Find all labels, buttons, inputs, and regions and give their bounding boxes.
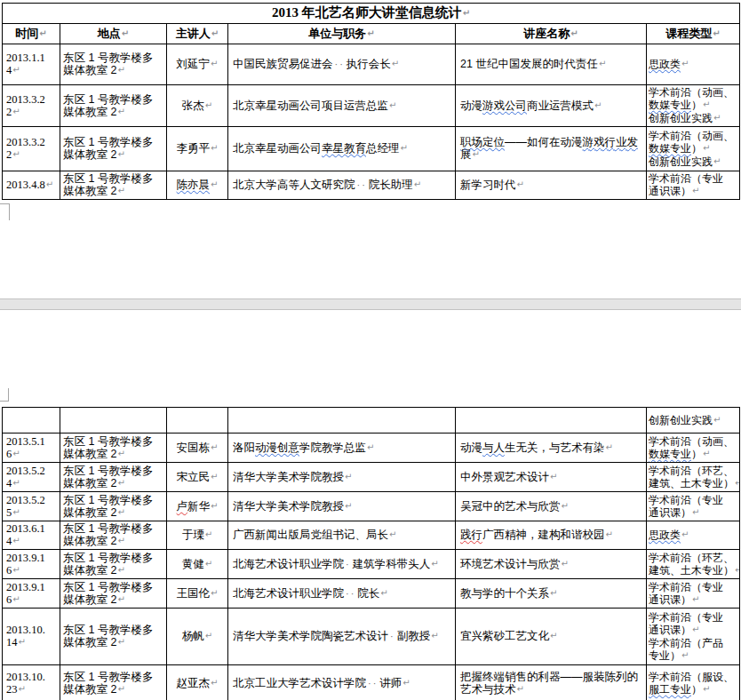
cell-line: 安国栋↵ <box>170 441 225 455</box>
table-cell[interactable]: 清华大学美术学院教授↵ <box>228 492 456 521</box>
table-cell[interactable]: 2013.9.16↵ <box>3 579 60 609</box>
table-cell[interactable]: 2013.1.14↵ <box>3 44 60 85</box>
column-header-time[interactable]: 时间↵ <box>3 24 60 44</box>
table-cell[interactable]: 动漫游戏公司商业运营模式↵ <box>456 85 647 127</box>
cell-line: 清华大学美术学院陶瓷艺术设计·副教授↵ <box>233 630 452 643</box>
table-cell[interactable]: 思政类↵ <box>647 44 740 85</box>
table-cell[interactable] <box>167 408 228 434</box>
table-cell[interactable]: 洛阳动漫创意学院教学总监↵ <box>228 434 456 463</box>
table-cell[interactable]: 张杰↵ <box>167 85 228 127</box>
table-cell[interactable] <box>228 408 456 434</box>
table-cell[interactable]: 2013.5.16↵ <box>3 434 60 463</box>
table-cell[interactable]: 学术前沿（环艺、建筑、土木专业）↵ <box>647 550 740 579</box>
table-cell[interactable]: 东区 1 号教学楼多媒体教室 2↵ <box>60 463 167 492</box>
table-cell[interactable] <box>456 408 647 434</box>
table-cell[interactable]: 学术前沿（动画、数媒专业）↵ <box>647 434 740 463</box>
paragraph-mark: ↵ <box>713 113 721 123</box>
space-formatting-mark: ·· <box>355 179 369 190</box>
table-row: 2013.3.22↵东区 1 号教学楼多媒体教室 2↵张杰↵北京幸星动画公司项目… <box>3 85 740 127</box>
table-cell[interactable]: 2013.5.24↵ <box>3 463 60 492</box>
table-cell[interactable]: 学术前沿（动画、数媒专业）↵创新创业实践↵ <box>647 127 740 171</box>
table-cell[interactable]: 2013.6.14↵ <box>3 521 60 550</box>
table-cell[interactable]: 杨帆↵ <box>167 609 228 665</box>
text-run: 媒体教室 2 <box>63 448 116 460</box>
table-cell[interactable]: 东区 1 号教学楼多媒体教室 2↵ <box>60 127 167 171</box>
table-cell[interactable]: 广西新闻出版局党组书记、局长↵ <box>228 521 456 550</box>
table-cell[interactable]: 北京幸星动画公司幸星教育总经理↵ <box>228 127 456 171</box>
table-cell[interactable]: 中国民族贸易促进会··执行会长↵ <box>228 44 456 85</box>
table-cell[interactable]: 宜兴紫砂工艺文化↵ <box>456 609 647 665</box>
table-cell[interactable]: 黄健↵ <box>167 550 228 579</box>
table-cell[interactable]: 创新创业实践↵ <box>647 408 740 434</box>
paragraph-mark: ↵ <box>117 507 124 517</box>
table-cell[interactable]: 于瑮↵ <box>167 521 228 550</box>
table-cell[interactable]: 思政类↵ <box>647 521 740 550</box>
table-cell[interactable]: 东区 1 号教学楼多媒体教室 2↵ <box>60 579 167 609</box>
table-cell[interactable]: 刘延宁↵ <box>167 44 228 85</box>
table-cell[interactable]: 2013.10.14↵ <box>3 609 60 665</box>
table-cell[interactable]: 2013.4.8↵ <box>3 171 60 200</box>
table-cell[interactable]: 李勇平↵ <box>167 127 228 171</box>
table-cell[interactable]: 东区 1 号教学楼多媒体教室 2↵ <box>60 85 167 127</box>
table-cell[interactable]: 吴冠中的艺术与欣赏↵ <box>456 492 647 521</box>
lecture-info-table-page-2: 创新创业实践↵2013.5.16↵东区 1 号教学楼多媒体教室 2↵安国栋↵洛阳… <box>2 407 740 700</box>
table-cell[interactable]: 2013.10.23↵ <box>3 665 60 700</box>
column-header-lecture[interactable]: 讲座名称↵ <box>456 24 647 44</box>
table-cell[interactable]: 北海艺术设计职业学院·建筑学科带头人↵ <box>228 550 456 579</box>
table-cell[interactable]: 东区 1 号教学楼多媒体教室 2↵ <box>60 550 167 579</box>
table-cell[interactable]: 2013.3.22↵ <box>3 85 60 127</box>
column-header-location[interactable]: 地点↵ <box>60 24 167 44</box>
table-cell[interactable]: 职场定位——如何在动漫游戏行业发展↵ <box>456 127 647 171</box>
table-cell[interactable] <box>3 408 60 434</box>
table-cell[interactable]: 学术前沿（专业通识课）↵ <box>647 579 740 609</box>
table-cell[interactable]: 北海艺术设计职业学院··院长↵ <box>228 579 456 609</box>
text-run: ） <box>691 683 702 696</box>
table-cell[interactable]: 宋立民↵ <box>167 463 228 492</box>
table-cell[interactable]: 东区 1 号教学楼多媒体教室 2↵ <box>60 171 167 200</box>
table-cell[interactable]: 环境艺术设计与欣赏↵ <box>456 550 647 579</box>
text-run: 通识课） <box>649 506 691 519</box>
document-title-cell[interactable]: 2013 年北艺名师大讲堂信息统计↵ <box>3 4 740 24</box>
table-cell[interactable]: 学术前沿（专业通识课）↵ <box>647 171 740 200</box>
text-run: 东区 1 号教学楼多 <box>63 465 153 477</box>
table-cell[interactable]: 践行广西精神，建构和谐校园↵ <box>456 521 647 550</box>
column-header-speaker[interactable]: 主讲人↵ <box>167 24 228 44</box>
table-cell[interactable]: 北京幸星动画公司项目运营总监↵ <box>228 85 456 127</box>
table-cell[interactable]: 2013.5.25↵ <box>3 492 60 521</box>
table-cell[interactable]: 东区 1 号教学楼多媒体教室 2↵ <box>60 492 167 521</box>
table-cell[interactable]: 2013.9.16↵ <box>3 550 60 579</box>
table-cell[interactable]: 学术前沿（动画、数媒专业）↵创新创业实践↵ <box>647 85 740 127</box>
table-cell[interactable]: 北京工业大学艺术设计学院··讲师↵ <box>228 665 456 700</box>
table-cell[interactable]: 学术前沿（环艺、建筑、土木专业）↵ <box>647 463 740 492</box>
table-cell[interactable]: 东区 1 号教学楼多媒体教室 2↵ <box>60 434 167 463</box>
table-cell[interactable]: 东区 1 号教学楼多媒体教室 2↵ <box>60 521 167 550</box>
table-cell[interactable]: 学术前沿（服设、服工专业）↵ <box>647 665 740 700</box>
table-cell[interactable]: 卢新华↵ <box>167 492 228 521</box>
table-cell[interactable]: 清华大学美术学院教授↵ <box>228 463 456 492</box>
table-cell[interactable]: 安国栋↵ <box>167 434 228 463</box>
table-cell[interactable]: 东区 1 号教学楼多媒体教室 2↵ <box>60 609 167 665</box>
table-cell[interactable]: 21 世纪中国发展的时代责任↵ <box>456 44 647 85</box>
table-cell[interactable]: 北京大学高等人文研究院··院长助理↵ <box>228 171 456 200</box>
column-header-course-type[interactable]: 课程类型↵ <box>647 24 740 44</box>
table-cell[interactable] <box>60 408 167 434</box>
table-cell[interactable]: 教与学的十个关系↵ <box>456 579 647 609</box>
text-run: 2013.6.1 <box>6 522 45 535</box>
cell-line: 创新创业实践↵ <box>649 112 737 125</box>
table-cell[interactable]: 把握终端销售的利器——服装陈列的艺术与技术↵ <box>456 665 647 700</box>
table-cell[interactable]: 动漫与人生无关，与艺术有染↵ <box>456 434 647 463</box>
table-cell[interactable]: 中外景观艺术设计↵ <box>456 463 647 492</box>
table-cell[interactable]: 学术前沿（专业通识课）↵ <box>647 492 740 521</box>
table-cell[interactable]: 清华大学美术学院陶瓷艺术设计·副教授↵ <box>228 609 456 665</box>
paragraph-mark: ↵ <box>703 143 710 153</box>
table-cell[interactable]: 王国伦↵ <box>167 579 228 609</box>
table-cell[interactable]: 陈亦晨↵ <box>167 171 228 200</box>
table-cell[interactable]: 东区 1 号教学楼多媒体教室 2↵ <box>60 665 167 700</box>
table-cell[interactable]: 学术前沿（专业通识课）↵学术前沿（产品专业）↵ <box>647 609 740 665</box>
table-cell[interactable]: 东区 1 号教学楼多媒体教室 2↵ <box>60 44 167 85</box>
table-cell[interactable]: 赵亚杰↵ <box>167 665 228 700</box>
table-cell[interactable]: 2013.3.22↵ <box>3 127 60 171</box>
paragraph-mark: ↵ <box>211 59 218 68</box>
column-header-organization[interactable]: 单位与职务↵ <box>228 24 456 44</box>
table-cell[interactable]: 新学习时代↵ <box>456 171 647 200</box>
